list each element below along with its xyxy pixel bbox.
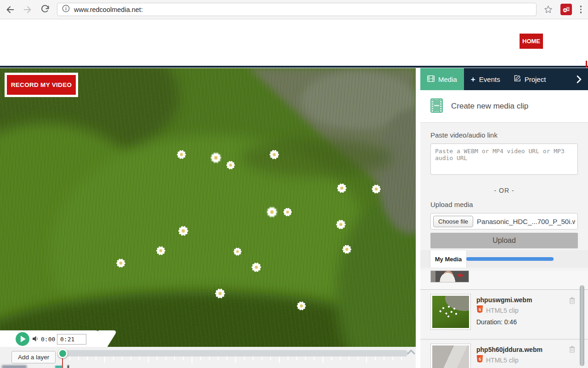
media-list: phpuswgmi.webm 5 HTML5 clip Duration: 0:… <box>420 270 588 359</box>
upload-progress-bar <box>466 257 554 261</box>
my-media-row: My Media <box>420 250 588 268</box>
redcool-extension-icon[interactable] <box>560 4 572 15</box>
tab-project-label: Project <box>525 75 546 83</box>
bookmark-star-icon[interactable] <box>543 4 554 15</box>
volume-icon[interactable] <box>33 335 39 344</box>
paste-link-input[interactable] <box>430 144 578 175</box>
ceiling-thumbnail-image <box>432 345 469 368</box>
video-preview[interactable]: RECORD MY VIDEO 0:00 / Add a layer <box>0 68 416 368</box>
tab-media-label: Media <box>438 75 457 83</box>
tab-project[interactable]: Project <box>507 68 553 90</box>
media-name: phpuswgmi.webm <box>476 296 532 304</box>
svg-text:5: 5 <box>479 357 481 362</box>
back-icon[interactable] <box>5 4 16 15</box>
upload-button[interactable]: Upload <box>430 233 578 248</box>
header-divider-accent <box>586 61 587 68</box>
create-media-clip-button[interactable]: Create new media clip <box>420 90 588 123</box>
home-button[interactable]: HOME <box>520 34 543 49</box>
html5-logo-icon: 5 <box>476 355 483 365</box>
trash-icon[interactable] <box>569 297 575 306</box>
url-text[interactable]: www.redcoolmedia.net: <box>74 6 143 13</box>
media-thumbnail[interactable] <box>430 344 471 368</box>
media-name: php5h60jddura.webm <box>476 346 543 353</box>
film-icon <box>427 75 435 83</box>
reload-icon[interactable] <box>40 4 51 15</box>
media-duration: Duration: 0:46 <box>476 318 532 326</box>
clipped-layer-tick <box>68 365 69 368</box>
chevron-up-icon[interactable] <box>406 349 416 357</box>
record-my-video-button[interactable]: RECORD MY VIDEO <box>5 73 78 97</box>
webcam-clip-thumbnail[interactable] <box>430 270 469 282</box>
or-divider: - OR - <box>430 187 578 194</box>
media-meta: phpuswgmi.webm 5 HTML5 clip Duration: 0:… <box>476 296 532 339</box>
media-thumbnail[interactable] <box>430 294 471 330</box>
duration-input[interactable] <box>57 334 86 345</box>
record-my-video-label: RECORD MY VIDEO <box>7 75 76 95</box>
meadow-thumbnail-image <box>432 296 469 328</box>
timeline-track[interactable] <box>59 350 408 356</box>
video-frame-meadow <box>0 68 416 347</box>
add-layer-button[interactable]: Add a layer <box>11 351 56 363</box>
tab-events-label: Events <box>479 75 500 83</box>
paste-link-label: Paste video/audio link <box>430 131 578 139</box>
timeline-knob[interactable] <box>58 349 68 358</box>
timeline-ticks-minor <box>61 356 406 360</box>
browser-toolbar: www.redcoolmedia.net: <box>0 0 588 19</box>
upload-media-label: Upload media <box>430 201 578 208</box>
media-type: HTML5 clip <box>486 307 519 314</box>
plus-icon: + <box>471 75 475 83</box>
play-icon[interactable] <box>16 332 29 346</box>
html5-logo-icon: 5 <box>476 305 483 315</box>
list-item[interactable]: php5h60jddura.webm 5 HTML5 clip <box>420 339 588 359</box>
my-media-tab[interactable]: My Media <box>430 250 466 268</box>
menu-dots-icon[interactable] <box>578 6 584 13</box>
create-media-clip-label: Create new media clip <box>451 102 528 111</box>
chevron-right-icon[interactable] <box>576 68 588 90</box>
sidebar-scrollbar[interactable] <box>580 285 584 366</box>
forward-icon[interactable] <box>22 4 33 15</box>
edit-icon <box>514 75 521 83</box>
media-type: HTML5 clip <box>486 356 519 364</box>
clipped-layer-row <box>2 365 27 368</box>
timeline-strip: Add a layer <box>0 347 416 368</box>
page-header: HOME <box>0 19 588 68</box>
tab-events[interactable]: + Events <box>464 68 507 90</box>
list-item[interactable]: phpuswgmi.webm 5 HTML5 clip Duration: 0:… <box>420 290 588 339</box>
tab-media[interactable]: Media <box>420 68 464 90</box>
clipped-layer-marker <box>55 366 62 368</box>
header-divider <box>0 66 588 68</box>
svg-text:5: 5 <box>479 307 481 312</box>
editor-sidebar: Media + Events Project Create new media … <box>420 68 588 368</box>
file-input[interactable]: Choose file Panasonic_HDC_...700_P_50i.w… <box>430 213 578 230</box>
trash-icon[interactable] <box>569 346 575 355</box>
media-meta: php5h60jddura.webm 5 HTML5 clip <box>476 346 543 359</box>
sidebar-tabs: Media + Events Project <box>420 68 588 90</box>
play-triangle <box>21 336 26 342</box>
page-info-icon[interactable] <box>62 5 70 14</box>
sidebar-body: Paste video/audio link - OR - Upload med… <box>420 131 588 359</box>
list-item-clipped-top[interactable] <box>420 270 588 289</box>
choose-file-button[interactable]: Choose file <box>433 216 473 227</box>
address-bar[interactable]: www.redcoolmedia.net: <box>57 3 537 16</box>
filmstrip-icon <box>430 98 443 115</box>
chosen-file-name: Panasonic_HDC_...700_P_50i.webm <box>477 218 575 225</box>
